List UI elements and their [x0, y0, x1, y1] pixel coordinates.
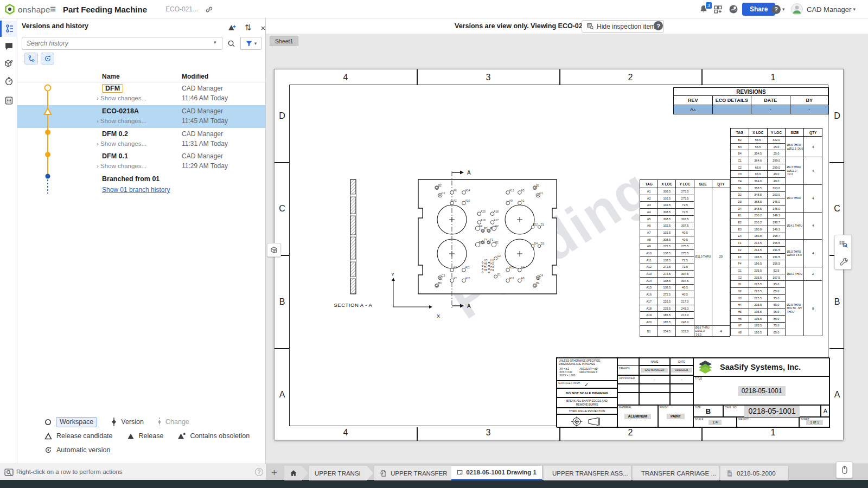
hole-table-right: TAGX LOCY LOCSIZEQTYB256.5322.0Ø6.6 THRU…	[730, 128, 822, 336]
zone-label: A	[276, 390, 288, 400]
row-author: CAD Manager	[182, 130, 223, 138]
properties-rail-button[interactable]	[0, 92, 17, 108]
tab-upper-transi[interactable]: UPPER TRANSI	[309, 466, 373, 480]
tab-transfer-carriage[interactable]: TRANSFER CARRIAGE ...	[633, 466, 719, 480]
row-author: CAD Manager	[182, 152, 223, 160]
inspection-check-button[interactable]	[835, 235, 852, 253]
version-graph	[39, 82, 61, 198]
show-changes-link[interactable]: › Show changes...	[97, 118, 146, 124]
mouse-hints-button[interactable]	[836, 461, 853, 478]
third-angle-projection-symbol	[568, 415, 606, 428]
banner-help-icon[interactable]: ?	[654, 21, 663, 30]
show-changes-link[interactable]: › Show changes...	[97, 140, 146, 147]
filter-button[interactable]: ▾	[240, 37, 261, 50]
create-version-icon[interactable]	[226, 22, 237, 33]
versions-history-rail-button[interactable]	[0, 21, 17, 37]
insert-apps-icon[interactable]	[713, 0, 723, 18]
version-marker[interactable]	[45, 152, 50, 157]
row-time: 11:31 AM Today	[182, 140, 228, 147]
show-branches-toggle[interactable]	[24, 53, 38, 65]
copy-link-icon[interactable]	[205, 0, 213, 18]
tools-button[interactable]	[835, 253, 852, 270]
document-version-label[interactable]: ECO-021...	[165, 0, 198, 18]
drawing-tab-icon	[457, 468, 463, 476]
svg-text:A: A	[467, 170, 471, 176]
version-name: DFM 0.2	[102, 130, 128, 138]
onshape-logo[interactable]: onshape	[4, 0, 50, 18]
notifications-button[interactable]: 3	[699, 0, 709, 18]
svg-text:A18: A18	[494, 210, 499, 213]
inspection-tools-panel	[834, 235, 852, 269]
workspace-marker[interactable]	[45, 85, 51, 91]
drawing-canvas[interactable]: Sheet1 4 3 2 1 4 3 2 1 D C B A D C B	[266, 34, 868, 464]
svg-text:E4: E4	[479, 224, 482, 228]
tab-0218-05-2000[interactable]: 0218-05-2000	[720, 466, 789, 480]
add-tab-button[interactable]: +	[271, 467, 277, 479]
svg-text:F2: F2	[490, 227, 493, 230]
workspace-icon	[44, 419, 52, 426]
release-candidate-icon	[44, 433, 52, 440]
version-marker[interactable]	[45, 130, 50, 135]
svg-text:D3: D3	[541, 242, 545, 245]
tab-upper-transfer[interactable]: UPPER TRANSFER	[374, 466, 461, 480]
user-menu[interactable]: CAD Manager ▾	[791, 0, 856, 18]
branch-history-link[interactable]: Show 01 branch history	[102, 186, 170, 194]
revision-letter: A	[821, 406, 829, 416]
panel-status-bar: Right-click on a row to perform actions …	[0, 464, 266, 480]
part-help-rail-button[interactable]: ?	[0, 55, 17, 72]
contains-obsoletion-icon	[177, 433, 186, 440]
svg-text:Y: Y	[391, 272, 394, 277]
timer-rail-button[interactable]	[0, 73, 17, 89]
close-icon[interactable]: ×	[258, 22, 269, 33]
sheet-tab[interactable]: Sheet1	[270, 36, 298, 46]
inspect-icon[interactable]	[4, 468, 14, 477]
graph-legend: Workspace Version Change Release candida…	[44, 415, 261, 457]
svg-text:A5: A5	[521, 189, 524, 192]
view-only-banner: Versions are view only. Viewing ECO-0218…	[266, 18, 868, 34]
svg-text:H4: H4	[490, 268, 494, 272]
compare-versions-icon[interactable]: ⇅	[242, 22, 253, 33]
svg-text:F3: F3	[484, 227, 488, 230]
help-menu[interactable]: ?▾	[771, 0, 785, 18]
show-changes-link[interactable]: › Show changes...	[97, 95, 146, 101]
release-candidate-marker[interactable]	[44, 108, 52, 114]
hole-table-left: TAGX LOCY LOCSIZEQTYA1308.5275.5Ø11.0 TH…	[640, 179, 730, 337]
saasify-logo	[698, 360, 712, 374]
svg-text:X: X	[437, 313, 440, 319]
tab-drawing-active[interactable]: 0218-05-1001 Drawing 1	[451, 466, 542, 480]
chevron-down-icon: ▾	[782, 7, 785, 12]
share-button[interactable]: Share	[742, 3, 775, 16]
search-input[interactable]	[22, 37, 222, 50]
section-view[interactable]: SECTION A - A	[334, 179, 373, 308]
inspection-icon	[587, 23, 594, 30]
svg-text:A20: A20	[481, 210, 486, 213]
row-time: 11:45 AM Today	[182, 117, 228, 125]
mouse-icon	[840, 466, 849, 474]
workspace-name-badge[interactable]: DFM	[102, 84, 123, 93]
branch-origin-marker[interactable]	[46, 174, 50, 179]
zone-label: A	[831, 390, 843, 400]
row-author: CAD Manager	[182, 85, 223, 92]
status-help-icon[interactable]: ?	[255, 468, 263, 476]
zone-label: C	[276, 204, 288, 214]
cube-icon	[270, 246, 278, 254]
legend-automatic-version: Automatic version	[44, 446, 110, 454]
show-automatic-versions-toggle[interactable]	[41, 53, 54, 65]
onshape-logo-text: onshape	[18, 5, 50, 14]
svg-text:A13: A13	[509, 189, 514, 192]
search-dropdown-caret[interactable]: ▾	[214, 40, 216, 45]
community-icon[interactable]	[729, 0, 738, 18]
home-tab[interactable]	[284, 466, 308, 480]
view-cube-button[interactable]	[267, 243, 281, 257]
svg-text:A14: A14	[465, 189, 470, 192]
tab-upper-transfer-assembly[interactable]: UPPER TRANSFER ASS...	[544, 466, 631, 480]
show-changes-link[interactable]: › Show changes...	[97, 163, 146, 169]
zone-label: B	[276, 297, 288, 307]
svg-text:B3: B3	[438, 281, 442, 285]
search-button[interactable]	[224, 37, 238, 50]
comments-rail-button[interactable]	[0, 38, 17, 54]
hamburger-menu-icon[interactable]: ≡	[50, 0, 56, 18]
legend-contains-obsoletion: Contains obsoletion	[177, 432, 250, 440]
zone-label: C	[831, 204, 843, 214]
hide-inspection-items-button[interactable]: Hide inspection items	[582, 20, 664, 33]
